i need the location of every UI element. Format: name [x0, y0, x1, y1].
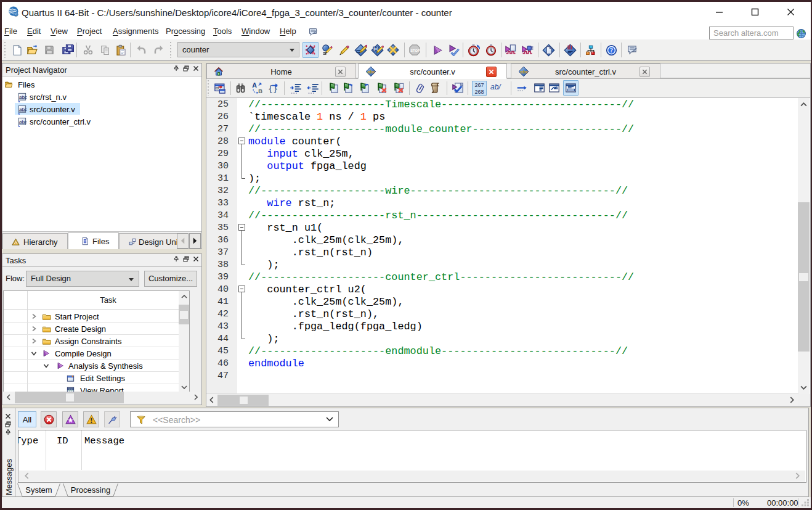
- fold-marker[interactable]: [238, 224, 245, 231]
- code-line[interactable]: 39//--------------------counter_ctrl----…: [206, 271, 810, 283]
- globe-search-icon[interactable]: [796, 28, 806, 39]
- filter-critical-warnings-button[interactable]: [62, 411, 78, 427]
- code-line[interactable]: 42 .rst_n(rst_n),: [206, 308, 810, 320]
- float-panel-icon[interactable]: [5, 421, 11, 427]
- file-tree-item[interactable]: src/counter_ctrl.v: [2, 115, 201, 128]
- close-button[interactable]: [781, 8, 800, 19]
- menu-view[interactable]: View: [51, 25, 68, 38]
- pin-panel-icon[interactable]: [5, 429, 11, 435]
- editor-horizontal-scrollbar[interactable]: [206, 393, 798, 406]
- undo-button[interactable]: [134, 43, 149, 57]
- feedback-button[interactable]: [625, 43, 639, 57]
- message-horizontal-scrollbar[interactable]: [19, 471, 805, 482]
- chip-planner-button[interactable]: [386, 43, 400, 57]
- insert-template-button[interactable]: [428, 81, 442, 95]
- tab-system[interactable]: System: [17, 483, 60, 497]
- simulation-waveform-button[interactable]: [503, 43, 518, 57]
- code-line[interactable]: 28module counter(: [206, 135, 810, 147]
- tree-root-files[interactable]: Files: [2, 78, 201, 91]
- code-line[interactable]: 31);: [206, 172, 810, 184]
- editor-vertical-scrollbar[interactable]: [798, 98, 810, 394]
- current-entity-combobox[interactable]: counter: [177, 42, 299, 57]
- code-line[interactable]: 32//--------------------wire------------…: [206, 184, 810, 197]
- pin-panel-icon[interactable]: [173, 256, 179, 262]
- find-button[interactable]: [233, 81, 248, 95]
- menu-window[interactable]: Window: [242, 25, 270, 38]
- filter-all-button[interactable]: All: [18, 411, 36, 427]
- collapse-chevron-icon[interactable]: [31, 350, 37, 356]
- code-line[interactable]: 45//--------------------endmodule-------…: [206, 345, 810, 357]
- code-line[interactable]: 29 input clk_25m,: [206, 147, 810, 160]
- filter-errors-button[interactable]: [41, 411, 57, 427]
- tab-src-counter-v[interactable]: src/counter.v: [358, 64, 507, 79]
- file-tree-item[interactable]: src/rst_n.v: [2, 91, 201, 103]
- collapse-chevron-icon[interactable]: [43, 363, 49, 369]
- redo-button[interactable]: [151, 43, 166, 57]
- task-row[interactable]: Assign Constraints: [4, 335, 189, 347]
- code-line[interactable]: 25//--------------------Timescale-------…: [206, 98, 810, 110]
- view-messages-button[interactable]: [532, 81, 546, 95]
- insert-bookmark-button[interactable]: [327, 81, 341, 95]
- float-panel-icon[interactable]: [183, 65, 189, 72]
- code-line[interactable]: 34//--------------------rst_n-----------…: [206, 209, 810, 221]
- fold-marker[interactable]: [238, 138, 245, 144]
- feedback-menu-icon[interactable]: [308, 27, 318, 37]
- expand-chevron-icon[interactable]: [31, 313, 37, 319]
- toolbar-handle[interactable]: [207, 80, 209, 96]
- menu-project[interactable]: Project: [77, 25, 102, 38]
- task-vertical-scrollbar[interactable]: [179, 291, 189, 392]
- stop-processing-button[interactable]: [407, 43, 422, 57]
- menu-processing[interactable]: Processing: [166, 25, 205, 38]
- fold-marker[interactable]: [238, 286, 245, 292]
- unindent-button[interactable]: [306, 81, 320, 95]
- new-file-button[interactable]: [9, 43, 24, 57]
- code-line[interactable]: 43 .fpga_ledg(fpga_ledg): [206, 320, 810, 332]
- filter-warnings-button[interactable]: [83, 411, 99, 427]
- code-line[interactable]: 40 counter_ctrl u2(: [206, 283, 810, 295]
- timing-analyzer-button[interactable]: [484, 43, 498, 57]
- filter-flagged-button[interactable]: [104, 411, 120, 427]
- delete-bookmark-button[interactable]: [375, 81, 389, 95]
- help-button[interactable]: [604, 43, 619, 57]
- code-line[interactable]: 46endmodule: [206, 357, 810, 369]
- previous-bookmark-button[interactable]: [357, 81, 371, 95]
- tab-hierarchy[interactable]: Hierarchy: [2, 233, 68, 249]
- close-panel-icon[interactable]: [5, 413, 11, 419]
- customize-button[interactable]: Customize...: [144, 271, 197, 287]
- rtl-viewer-button[interactable]: [583, 43, 598, 57]
- cut-button[interactable]: [81, 43, 95, 57]
- view-report-window-button[interactable]: [547, 81, 561, 95]
- task-row[interactable]: Analysis & Synthesis: [4, 360, 189, 372]
- delete-all-bookmarks-button[interactable]: [391, 81, 405, 95]
- code-line[interactable]: 33 wire rst_n;: [206, 197, 810, 209]
- line-count-indicator[interactable]: 267268: [472, 81, 487, 96]
- search-input[interactable]: [709, 27, 794, 39]
- column-message[interactable]: Message: [84, 435, 124, 446]
- settings-button[interactable]: [353, 43, 368, 57]
- menu-file[interactable]: File: [4, 25, 17, 38]
- resize-grip[interactable]: [802, 499, 810, 507]
- code-line[interactable]: 30 output fpga_ledg: [206, 160, 810, 172]
- show-bottom-panel-button[interactable]: [563, 80, 579, 96]
- task-horizontal-scrollbar[interactable]: [3, 392, 201, 403]
- close-tab-button[interactable]: [335, 67, 346, 77]
- find-matching-delimiter-button[interactable]: [266, 81, 280, 95]
- maximize-button[interactable]: [745, 8, 764, 19]
- programmer-button[interactable]: [541, 43, 556, 57]
- menu-assignments[interactable]: Assignments: [113, 25, 158, 38]
- start-compilation-button[interactable]: [430, 43, 445, 57]
- node-finder-button[interactable]: [320, 43, 335, 57]
- simulation-netlist-button[interactable]: [520, 43, 535, 57]
- menu-edit[interactable]: Edit: [27, 25, 41, 38]
- toolbar-handle[interactable]: [169, 42, 172, 58]
- comment-toggle-button[interactable]: ab/: [490, 83, 501, 91]
- open-file-button[interactable]: [25, 43, 40, 57]
- message-search-combobox[interactable]: <<Search>>: [130, 411, 339, 427]
- code-line[interactable]: 44 );: [206, 332, 810, 345]
- task-row[interactable]: Start Project: [4, 310, 189, 323]
- tab-processing[interactable]: Processing: [63, 483, 118, 497]
- code-editor[interactable]: 25//--------------------Timescale-------…: [206, 98, 810, 394]
- split-window-button[interactable]: [213, 81, 227, 95]
- tab-scroll-right-button[interactable]: [189, 233, 201, 249]
- code-line[interactable]: 26`timescale 1 ns / 1 ps: [206, 110, 810, 123]
